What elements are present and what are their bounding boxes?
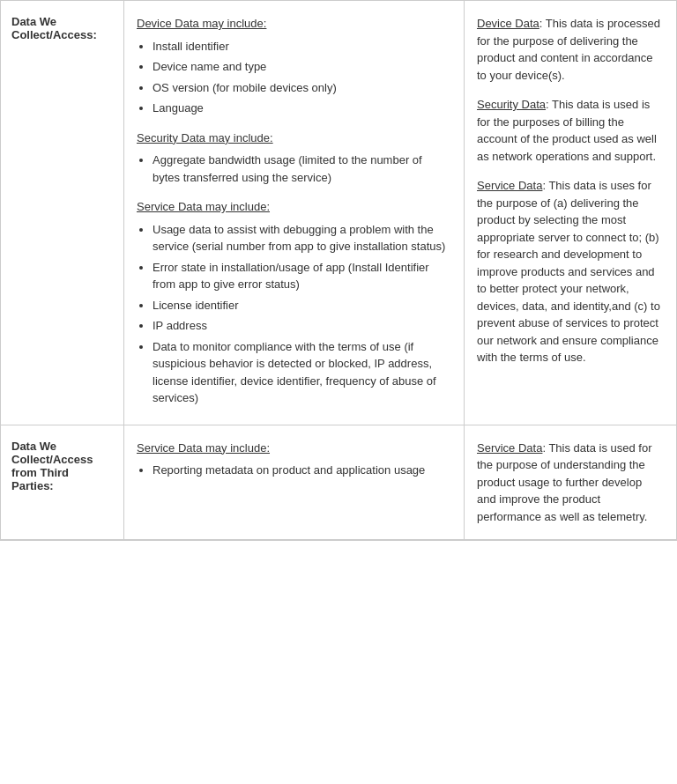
purpose-section: Security Data: This data is used is for … xyxy=(477,96,664,165)
data-section: Service Data may include:Reporting metad… xyxy=(137,440,451,479)
purpose-section: Device Data: This data is processed for … xyxy=(477,15,664,84)
purpose-label: Security Data xyxy=(477,98,546,111)
data-section: Device Data may include:Install identifi… xyxy=(137,15,451,117)
section-list: Aggregate bandwidth usage (limited to th… xyxy=(137,152,451,186)
list-item: Language xyxy=(153,100,451,117)
list-item: Data to monitor compliance with the term… xyxy=(153,338,451,407)
row-label: Data We Collect/Access: xyxy=(1,1,124,425)
purpose-text: : This data is uses for the purpose of (… xyxy=(477,179,660,364)
table-row: Data We Collect/Access:Device Data may i… xyxy=(1,1,676,425)
list-item: Aggregate bandwidth usage (limited to th… xyxy=(153,152,451,186)
section-list: Usage data to assist with debugging a pr… xyxy=(137,221,451,407)
list-item: License identifier xyxy=(153,297,451,314)
purpose-label: Device Data xyxy=(477,17,539,30)
section-header: Service Data may include: xyxy=(137,198,451,216)
list-item: Error state in installation/usage of app… xyxy=(153,259,451,293)
purpose-section: Service Data: This data is uses for the … xyxy=(477,177,664,366)
purpose-column: Service Data: This data is used for the … xyxy=(465,425,676,540)
purpose-section: Service Data: This data is used for the … xyxy=(477,440,664,526)
list-item: OS version (for mobile devices only) xyxy=(153,79,451,97)
section-header: Security Data may include: xyxy=(137,129,451,147)
section-list: Reporting metadata on product and applic… xyxy=(137,462,451,479)
purpose-label: Service Data xyxy=(477,179,542,192)
table-row: Data We Collect/Access from Third Partie… xyxy=(1,425,676,541)
data-section: Security Data may include:Aggregate band… xyxy=(137,129,451,187)
list-item: IP address xyxy=(153,317,451,335)
row-label: Data We Collect/Access from Third Partie… xyxy=(1,425,124,540)
data-column: Service Data may include:Reporting metad… xyxy=(124,425,465,540)
purpose-label: Service Data xyxy=(477,441,542,455)
list-item: Device name and type xyxy=(153,58,451,76)
list-item: Install identifier xyxy=(153,38,451,55)
section-list: Install identifierDevice name and typeOS… xyxy=(137,38,451,117)
list-item: Usage data to assist with debugging a pr… xyxy=(153,221,451,255)
main-table: Data We Collect/Access:Device Data may i… xyxy=(0,0,677,541)
data-column: Device Data may include:Install identifi… xyxy=(124,1,465,425)
data-section: Service Data may include:Usage data to a… xyxy=(137,198,451,407)
section-header: Service Data may include: xyxy=(137,440,451,457)
list-item: Reporting metadata on product and applic… xyxy=(153,462,451,479)
purpose-column: Device Data: This data is processed for … xyxy=(465,1,676,425)
section-header: Device Data may include: xyxy=(137,15,451,33)
